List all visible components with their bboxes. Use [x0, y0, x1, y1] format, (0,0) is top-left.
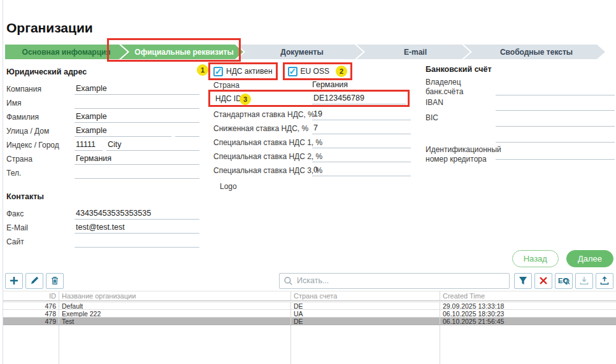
last-name-input[interactable]: [75, 111, 199, 123]
table-row-selected[interactable]: 479 Test DE 06.10.2025 21:56:45: [3, 318, 616, 325]
special-vat-rate2-input[interactable]: [312, 150, 411, 162]
special-vat-rate3-input[interactable]: [312, 164, 411, 176]
form-row: IBAN: [426, 97, 615, 112]
vat-id-input[interactable]: [312, 92, 406, 104]
standard-vat-rate-input[interactable]: [312, 108, 411, 120]
eq-search-icon: EQ: [558, 276, 570, 285]
column-header-name[interactable]: Название организации: [59, 291, 290, 300]
organizations-table: ID Название организации Страна счета Cre…: [3, 291, 616, 364]
trash-icon: [50, 276, 59, 285]
country-input[interactable]: [75, 153, 199, 165]
filter-button[interactable]: [514, 273, 532, 289]
field-label: Индекс / Город: [6, 139, 75, 150]
tab-label: E-mail: [404, 48, 427, 57]
cell-id: 478: [3, 310, 59, 317]
eu-oss-checkbox[interactable]: [288, 67, 297, 76]
form-row: Имя: [6, 97, 199, 111]
bank-account-section: Банковский счёт Владелец банк.счёта IBAN…: [426, 65, 615, 165]
tab-official-details[interactable]: Официальные реквизиты: [121, 45, 243, 59]
form-row: BIC: [426, 112, 615, 128]
bank-extra-input[interactable]: [496, 130, 615, 143]
legal-address-section: Юридический адрес Компания Имя Фамилия У…: [6, 64, 199, 249]
cell-name: Exemple 222: [59, 310, 290, 317]
section-title: Банковский счёт: [426, 65, 615, 74]
form-row: Тел.: [6, 167, 199, 181]
column-search-button[interactable]: EQ: [555, 273, 573, 289]
vat-active-checkbox[interactable]: [213, 67, 223, 76]
site-input[interactable]: [75, 235, 199, 248]
annotation-badge-1: 1: [197, 64, 208, 76]
import-button[interactable]: [596, 273, 613, 289]
field-label: Компания: [6, 83, 75, 94]
empty-cell: [3, 325, 59, 364]
tab-documents[interactable]: Документы: [237, 45, 363, 59]
search-box: [279, 273, 510, 289]
cell-country: DE: [290, 318, 440, 325]
form-row: Идентификационный номер кредитора: [426, 144, 615, 165]
tab-label: Официальные реквизиты: [134, 48, 233, 57]
list-toolbar: EQ: [5, 272, 613, 289]
field-label: IBAN: [426, 97, 496, 108]
vat-country-value[interactable]: Германия: [312, 80, 348, 89]
tab-label: Основная инфомарция: [22, 48, 111, 57]
edit-button[interactable]: [25, 273, 43, 289]
empty-cell: [59, 325, 290, 364]
form-row: Индекс / Город: [6, 139, 199, 153]
wizard-tabs: Основная инфомарция Официальные реквизит…: [5, 45, 605, 59]
logo-label: Logo: [220, 182, 237, 191]
search-input[interactable]: [297, 276, 505, 285]
funnel-icon: [519, 276, 527, 285]
form-row: Факс: [6, 207, 199, 221]
city-input[interactable]: [106, 139, 199, 151]
table-row[interactable]: 476 Default DE 29.09.2025 13:33:18: [3, 302, 616, 310]
creditor-id-input[interactable]: [496, 150, 615, 160]
form-row: Компания: [6, 83, 199, 97]
empty-cell: [440, 325, 616, 364]
house-number-input[interactable]: [175, 125, 199, 137]
clear-filter-button[interactable]: [534, 273, 552, 289]
field-label: Идентификационный номер кредитора: [426, 144, 496, 165]
form-row: E-Mail: [6, 221, 199, 235]
email-input[interactable]: [75, 221, 199, 234]
field-label: Улица / Дом: [6, 125, 75, 136]
first-name-input[interactable]: [75, 97, 199, 109]
bank-owner-input[interactable]: [496, 83, 615, 95]
cell-created: 06.10.2025 18:30:23: [440, 310, 616, 317]
empty-cell: [290, 325, 440, 364]
tab-free-texts[interactable]: Свободные тексты: [464, 45, 605, 59]
back-button[interactable]: Назад: [512, 250, 559, 267]
bic-input[interactable]: [496, 115, 615, 127]
field-label: Фамилия: [6, 111, 75, 122]
form-row: Улица / Дом: [6, 125, 199, 139]
table-row[interactable]: 478 Exemple 222 UA 06.10.2025 18:30:23: [3, 310, 616, 318]
company-input[interactable]: [75, 83, 199, 95]
field-label: Имя: [6, 97, 75, 108]
delete-button[interactable]: [46, 273, 64, 289]
fax-input[interactable]: [75, 207, 199, 220]
form-row: Сниженная ставка НДС, %: [210, 122, 413, 136]
add-button[interactable]: [5, 273, 23, 289]
field-label: Сайт: [6, 235, 75, 246]
form-row: Владелец банк.счёта: [426, 78, 615, 97]
search-icon: [283, 276, 293, 286]
street-input[interactable]: [75, 125, 171, 137]
next-button[interactable]: Далее: [566, 250, 613, 267]
export-button[interactable]: [575, 273, 593, 289]
column-header-country[interactable]: Страна счета: [290, 291, 440, 300]
pencil-icon: [30, 276, 39, 285]
reduced-vat-rate-input[interactable]: [312, 122, 411, 134]
tab-email[interactable]: E-mail: [357, 45, 470, 59]
cell-created: 29.09.2025 13:33:18: [440, 302, 616, 309]
tab-label: Свободные тексты: [500, 48, 573, 57]
zip-input[interactable]: [75, 139, 103, 151]
phone-input[interactable]: [75, 167, 199, 179]
table-header-row: ID Название организации Страна счета Cre…: [3, 291, 616, 301]
column-header-id[interactable]: ID: [3, 291, 59, 300]
iban-input[interactable]: [496, 99, 615, 111]
column-header-created[interactable]: Created Time: [440, 291, 616, 300]
table-empty-area: [3, 325, 616, 364]
special-vat-rate1-input[interactable]: [312, 136, 411, 148]
field-label: Специальная ставка НДС 1, %: [213, 138, 322, 147]
tab-main-info[interactable]: Основная инфомарция: [5, 45, 127, 59]
field-label: Тел.: [6, 167, 75, 178]
